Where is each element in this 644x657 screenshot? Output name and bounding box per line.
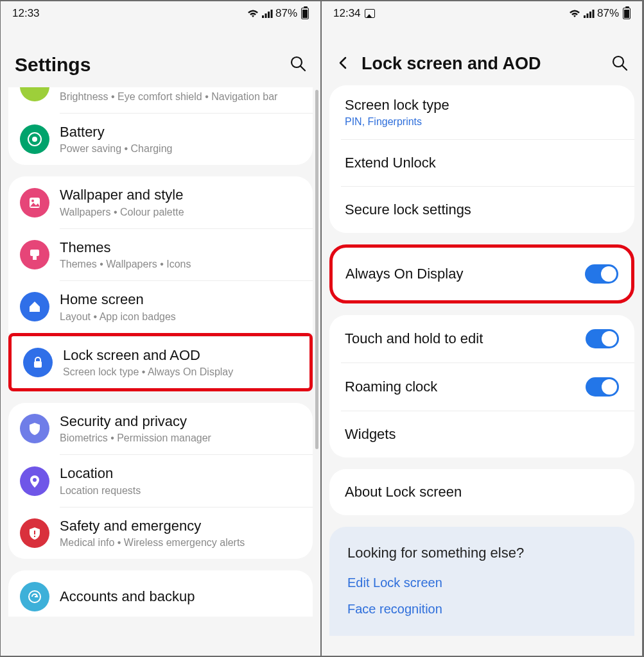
display-icon xyxy=(20,87,49,101)
row-title: Battery xyxy=(60,124,301,141)
row-title: Lock screen and AOD xyxy=(63,347,298,364)
row-title: Home screen xyxy=(60,291,301,308)
settings-header: Settings xyxy=(1,26,320,87)
card-accounts-partial: Accounts and backup xyxy=(8,570,313,617)
link-edit-lock-screen[interactable]: Edit Lock screen xyxy=(347,576,616,590)
svg-rect-10 xyxy=(30,250,39,256)
row-title: Always On Display xyxy=(345,266,585,282)
search-icon[interactable] xyxy=(290,55,306,74)
svg-point-9 xyxy=(31,200,34,202)
row-accounts-backup[interactable]: Accounts and backup xyxy=(8,570,313,617)
battery-circle-icon xyxy=(20,124,49,154)
row-title: Themes xyxy=(60,239,301,256)
svg-rect-17 xyxy=(584,15,586,18)
row-title: Security and privacy xyxy=(60,413,301,430)
row-subtitle: Themes • Wallpapers • Icons xyxy=(60,259,301,270)
lock-icon xyxy=(23,348,53,377)
row-title: Wallpaper and style xyxy=(60,187,301,203)
row-about-lock-screen[interactable]: About Lock screen xyxy=(329,469,634,515)
row-roaming-clock[interactable]: Roaming clock xyxy=(329,363,634,411)
accounts-icon xyxy=(20,582,49,611)
card-display-partial: Brightness • Eye comfort shield • Naviga… xyxy=(8,87,313,165)
card-about: About Lock screen xyxy=(329,469,634,515)
row-subtitle: Location requests xyxy=(60,485,301,497)
battery-icon xyxy=(301,8,309,19)
page-title: Lock screen and AOD xyxy=(361,54,611,74)
svg-rect-14 xyxy=(34,531,35,534)
row-title: Extend Unlock xyxy=(345,155,619,171)
row-title: Screen lock type xyxy=(345,97,619,114)
phone-left: 12:33 87% Settings Brightness • Eye comf… xyxy=(1,1,320,656)
search-icon[interactable] xyxy=(611,55,628,74)
row-title: Accounts and backup xyxy=(60,588,301,605)
wifi-icon xyxy=(247,9,259,18)
svg-rect-20 xyxy=(592,10,594,18)
row-wallpaper[interactable]: Wallpaper and style Wallpapers • Colour … xyxy=(8,176,313,228)
toggle-aod[interactable] xyxy=(585,264,618,284)
status-time: 12:34 xyxy=(333,7,361,20)
svg-point-7 xyxy=(32,137,37,142)
row-subtitle: Wallpapers • Colour palette xyxy=(60,207,301,218)
row-screen-lock-type[interactable]: Screen lock type PIN, Fingerprints xyxy=(329,85,634,139)
row-subtitle: Medical info • Wireless emergency alerts xyxy=(60,537,301,549)
row-home-screen[interactable]: Home screen Layout • App icon badges xyxy=(8,281,313,332)
row-always-on-display[interactable]: Always On Display xyxy=(333,250,631,298)
card-security: Security and privacy Biometrics • Permis… xyxy=(8,403,313,559)
themes-icon xyxy=(20,240,49,269)
emergency-icon xyxy=(20,518,49,548)
phone-right: 12:34 87% Lock screen and AOD Screen loc… xyxy=(322,1,642,656)
display-subtitle: Brightness • Eye comfort shield • Naviga… xyxy=(60,91,301,103)
row-subtitle: PIN, Fingerprints xyxy=(345,116,619,128)
location-pin-icon xyxy=(20,466,49,496)
signal-icon xyxy=(583,9,595,18)
status-time: 12:33 xyxy=(12,7,40,20)
row-widgets[interactable]: Widgets xyxy=(329,411,634,457)
row-safety-emergency[interactable]: Safety and emergency Medical info • Wire… xyxy=(8,508,313,559)
row-extend-unlock[interactable]: Extend Unlock xyxy=(329,140,634,186)
svg-rect-18 xyxy=(586,13,588,18)
wallpaper-icon xyxy=(20,188,49,218)
svg-rect-19 xyxy=(589,12,591,18)
home-icon xyxy=(20,292,49,321)
card-personalization: Wallpaper and style Wallpapers • Colour … xyxy=(8,176,313,332)
row-title: Safety and emergency xyxy=(60,518,301,534)
status-bar: 12:34 87% xyxy=(322,1,642,26)
link-face-recognition[interactable]: Face recognition xyxy=(347,602,616,617)
row-battery[interactable]: Battery Power saving • Charging xyxy=(8,114,313,165)
row-subtitle: Screen lock type • Always On Display xyxy=(63,366,298,378)
scrollbar[interactable] xyxy=(315,90,318,449)
toggle-touch-hold[interactable] xyxy=(586,329,619,348)
row-title: Touch and hold to edit xyxy=(345,330,586,347)
row-subtitle: Layout • App icon badges xyxy=(60,311,301,323)
status-battery-pct: 87% xyxy=(275,7,297,20)
row-title: Roaming clock xyxy=(345,379,586,395)
svg-rect-15 xyxy=(34,536,35,537)
highlight-aod: Always On Display xyxy=(329,244,634,303)
highlight-lock-screen: Lock screen and AOD Screen lock type • A… xyxy=(8,333,313,391)
looking-for-section: Looking for something else? Edit Lock sc… xyxy=(329,527,634,636)
row-touch-hold-edit[interactable]: Touch and hold to edit xyxy=(329,315,634,363)
row-subtitle: Power saving • Charging xyxy=(60,143,301,155)
svg-line-22 xyxy=(622,65,627,70)
svg-point-13 xyxy=(33,478,37,482)
svg-rect-2 xyxy=(268,12,270,18)
row-title: Location xyxy=(60,465,301,482)
row-themes[interactable]: Themes Themes • Wallpapers • Icons xyxy=(8,229,313,280)
card-lock-basics: Screen lock type PIN, Fingerprints Exten… xyxy=(329,85,634,233)
back-icon[interactable] xyxy=(336,55,351,73)
svg-rect-12 xyxy=(34,361,42,368)
row-subtitle: Biometrics • Permission manager xyxy=(60,432,301,444)
svg-rect-0 xyxy=(262,15,264,18)
looking-for-title: Looking for something else? xyxy=(347,545,616,561)
shield-icon xyxy=(20,414,49,443)
svg-line-5 xyxy=(300,66,305,71)
status-bar: 12:33 87% xyxy=(1,1,320,26)
row-lock-screen-aod[interactable]: Lock screen and AOD Screen lock type • A… xyxy=(12,337,309,388)
row-title: About Lock screen xyxy=(345,484,619,500)
toggle-roaming-clock[interactable] xyxy=(586,377,619,397)
row-security-privacy[interactable]: Security and privacy Biometrics • Permis… xyxy=(8,403,313,454)
row-secure-lock-settings[interactable]: Secure lock settings xyxy=(329,187,634,233)
row-title: Widgets xyxy=(345,426,619,443)
row-location[interactable]: Location Location requests xyxy=(8,455,313,506)
svg-rect-11 xyxy=(33,256,37,260)
